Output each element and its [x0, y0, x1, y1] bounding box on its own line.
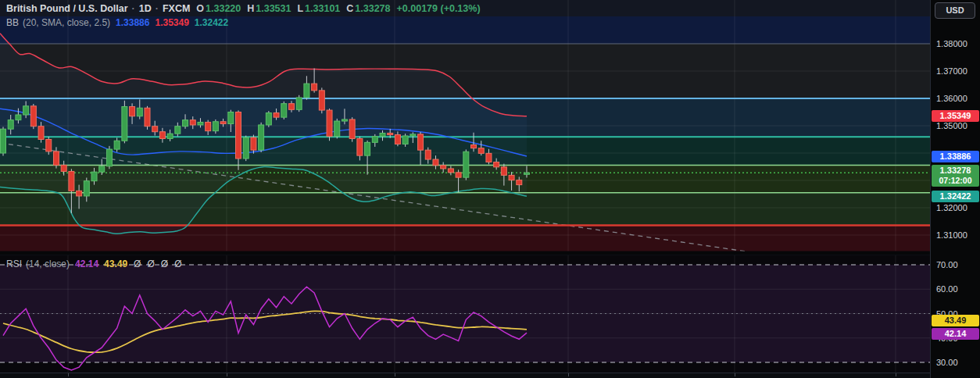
candle — [456, 173, 461, 177]
bb-basis-badge: 1.33886 — [932, 151, 979, 162]
candle — [251, 137, 256, 150]
candle — [365, 142, 370, 155]
candle — [137, 108, 142, 116]
candle — [228, 112, 234, 124]
candle — [372, 137, 377, 143]
rsi-axis-label: 70.00 — [936, 260, 958, 269]
rsi-empty-input: Ø — [147, 259, 154, 269]
candle — [342, 119, 347, 121]
ohlc-letter: C — [346, 3, 353, 14]
candle — [410, 134, 416, 136]
price-axis-label: 1.36000 — [936, 94, 967, 103]
ohlc-value: 1.33101 — [305, 3, 340, 14]
main-legend: British Pound / U.S. Dollar · 1D · FXCM … — [6, 3, 481, 14]
candle — [122, 107, 127, 141]
bb-lower-badge: 1.32422 — [932, 191, 979, 202]
candle — [463, 152, 469, 177]
rsi-ma-badge: 43.49 — [932, 315, 979, 326]
candle — [319, 91, 324, 110]
candle — [471, 145, 477, 148]
candle — [69, 171, 74, 191]
candle — [38, 127, 44, 140]
time-axis[interactable] — [0, 373, 930, 378]
candle — [114, 141, 120, 149]
candle — [206, 122, 211, 130]
time-tick — [735, 373, 735, 376]
timeframe-label[interactable]: 1D — [139, 3, 152, 14]
exchange-label: FXCM — [163, 3, 190, 14]
symbol-title[interactable]: British Pound / U.S. Dollar — [6, 3, 128, 14]
rsi-name[interactable]: RSI — [6, 259, 22, 269]
rsi-empty-input: Ø — [134, 259, 141, 269]
candle — [288, 104, 294, 110]
ohlc-value: 1.33531 — [256, 3, 291, 14]
candle — [152, 127, 158, 132]
bb-indicator-legend: BB (20, SMA, close, 2.5) 1.33886 1.35349… — [6, 17, 228, 28]
candle — [296, 98, 302, 109]
candle — [478, 148, 484, 154]
bb-basis-value: 1.33886 — [116, 17, 149, 28]
rsi-params: (14, close) — [26, 259, 70, 269]
candle — [448, 169, 453, 173]
change-value: +0.00179 (+0.13%) — [397, 3, 481, 14]
bb-upper-badge: 1.35349 — [932, 110, 979, 122]
candle — [388, 133, 393, 134]
candle — [524, 173, 529, 174]
trading-chart-window: British Pound / U.S. Dollar · 1D · FXCM … — [0, 0, 980, 378]
candle — [517, 180, 522, 185]
candle — [30, 106, 36, 127]
candle — [8, 120, 13, 130]
candle — [312, 84, 317, 91]
bb-lower-value: 1.32422 — [195, 17, 228, 28]
ohlc-letter: O — [196, 3, 204, 14]
rsi-empty-input: Ø — [161, 259, 168, 269]
legend-separator: · — [132, 3, 135, 14]
candle — [357, 138, 363, 155]
candle — [334, 121, 340, 137]
candle — [53, 152, 59, 166]
candle — [91, 172, 97, 181]
candle — [159, 132, 165, 139]
rsi-empty-input: Ø — [174, 259, 181, 269]
candle — [486, 153, 492, 162]
candle — [509, 175, 514, 180]
candle — [198, 122, 203, 125]
rsi-value-badge: 42.14 — [932, 328, 979, 340]
price-axis-label: 1.35000 — [936, 121, 967, 130]
rsi-indicator-legend: RSI (14, close) 42.14 43.49 ØØØØ — [6, 259, 181, 269]
time-tick — [395, 373, 395, 376]
candle — [327, 110, 332, 137]
candle — [1, 129, 6, 153]
price-axis-label: 1.31000 — [936, 230, 967, 240]
candle — [501, 167, 506, 176]
candle — [395, 135, 400, 144]
ohlc-value: 1.33278 — [355, 3, 390, 14]
rsi-ma-value: 43.49 — [104, 259, 127, 269]
candle — [77, 191, 82, 196]
ohlc-values: O1.33220H1.33531L1.33101C1.33278 — [190, 3, 390, 14]
legend-separator: · — [156, 3, 159, 14]
rsi-empty-inputs: ØØØØ — [127, 259, 181, 269]
currency-toggle-button[interactable]: USD — [935, 2, 975, 19]
bb-upper-value: 1.35349 — [155, 17, 188, 28]
rsi-value: 42.14 — [75, 259, 98, 269]
candle — [99, 166, 105, 172]
candle — [23, 106, 29, 115]
countdown-timer: 07:12:00 — [932, 176, 979, 186]
candle — [106, 149, 112, 166]
candle — [433, 159, 438, 166]
time-tick — [68, 373, 69, 376]
bb-params: (20, SMA, close, 2.5) — [23, 17, 110, 28]
price-axis[interactable]: USD 1.380001.370001.360001.350001.320001… — [930, 0, 980, 378]
price-axis-label: 1.32000 — [936, 203, 967, 212]
chart-canvas[interactable] — [0, 0, 980, 378]
bb-name[interactable]: BB — [6, 17, 19, 28]
candle — [304, 84, 309, 98]
rsi-axis-label: 30.00 — [936, 358, 958, 367]
price-axis-label: 1.37000 — [936, 66, 967, 76]
candle — [402, 136, 408, 144]
candle — [46, 140, 52, 152]
candle — [220, 122, 226, 124]
time-tick — [896, 373, 896, 376]
candle — [16, 115, 21, 120]
